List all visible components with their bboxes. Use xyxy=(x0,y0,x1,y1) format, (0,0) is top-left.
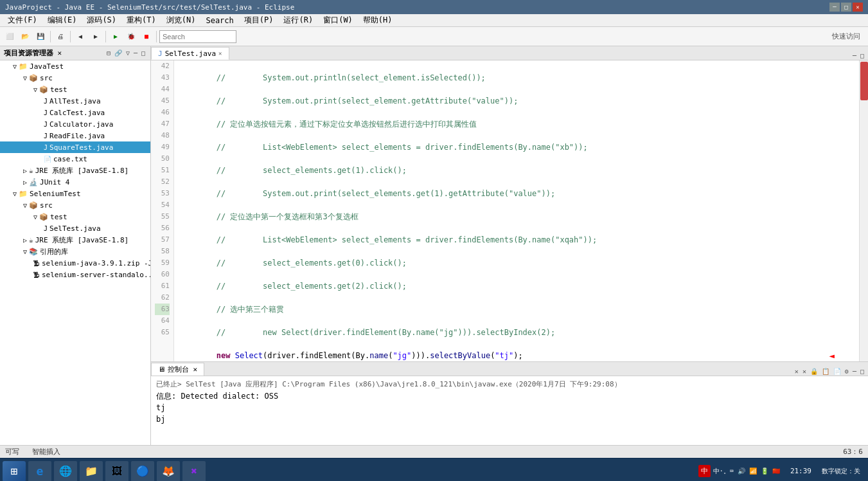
toolbar-new[interactable]: ⬜ xyxy=(3,30,17,44)
taskbar-ie[interactable]: e xyxy=(28,461,51,482)
editor-tab-seltest[interactable]: J SelTest.java ✕ xyxy=(151,47,229,60)
taskbar-firefox[interactable]: 🦊 xyxy=(157,461,180,482)
tree-seltest[interactable]: J SelTest.java xyxy=(0,222,150,234)
toolbar-print[interactable]: 🖨 xyxy=(53,30,67,44)
seleniumtest-label: SeleniumTest xyxy=(30,190,80,198)
tree-selenium-server-jar[interactable]: 🗜 selenium-server-standalо... xyxy=(0,269,150,280)
tree-javatest-project[interactable]: ▽ 📁 JavaTest xyxy=(0,60,150,72)
menu-bar: 文件(F) 编辑(E) 源码(S) 重构(T) 浏览(N) Search 项目(… xyxy=(0,14,868,27)
menu-refactor[interactable]: 重构(T) xyxy=(121,14,161,27)
editor-tab-close[interactable]: ✕ xyxy=(218,50,222,57)
tree-referenced-libs[interactable]: ▽ 📚 引用的库 xyxy=(0,246,150,257)
toolbar-save[interactable]: 💾 xyxy=(33,30,48,44)
menu-file[interactable]: 文件(F) xyxy=(3,14,42,27)
view-menu-icon[interactable]: ▽ xyxy=(125,49,131,57)
tree-readfile[interactable]: J ReadFile.java xyxy=(0,130,150,141)
menu-window[interactable]: 窗口(W) xyxy=(318,14,358,27)
jar-icon: 🗜 xyxy=(33,260,40,267)
tree-seleniumtest-src[interactable]: ▽ 📦 src xyxy=(0,199,150,211)
panel-header-icons: ⊟ 🔗 ▽ ─ □ xyxy=(105,49,146,57)
taskbar-right: 中 中·。⌨ 🔊 📶 🔋 🇨🇳 21:39 数字锁定：关 xyxy=(696,465,865,477)
minimize-panel-icon[interactable]: ─ xyxy=(132,49,139,57)
maximize-button[interactable]: □ xyxy=(841,3,851,12)
menu-source[interactable]: 源码(S) xyxy=(82,14,121,27)
tree-selenium-jre[interactable]: ▷ ☕ JRE 系统库 [JavaSE-1.8] xyxy=(0,234,150,246)
taskbar-folder[interactable]: 📁 xyxy=(80,461,103,482)
taskbar-caps-lock: 数字锁定：关 xyxy=(819,467,863,476)
console-close-icon[interactable]: ✕ xyxy=(801,367,808,376)
start-button[interactable]: ⊞ xyxy=(3,461,26,482)
taskbar: ⊞ e 🌐 📁 🖼 🔵 🦊 ✖ 中 中·。⌨ 🔊 📶 🔋 🇨🇳 21:39 数字… xyxy=(0,458,868,481)
tree-junit4[interactable]: ▷ 🔬 JUnit 4 xyxy=(0,176,150,188)
toolbar-run[interactable]: ▶ xyxy=(109,30,123,44)
tree-seleniumtest-test-pkg[interactable]: ▽ 📦 test xyxy=(0,211,150,222)
console-max-icon[interactable]: □ xyxy=(859,367,865,376)
tree-calculator[interactable]: J Calculator.java xyxy=(0,118,150,130)
collapse-all-icon[interactable]: ⊟ xyxy=(105,49,112,57)
editor-panel-icons: ─ □ xyxy=(851,51,868,60)
menu-project[interactable]: 项目(P) xyxy=(239,14,279,27)
console-scroll-lock-icon[interactable]: 🔒 xyxy=(809,367,819,376)
code-area[interactable]: 4243444546 4748495051 5253545556 5758596… xyxy=(151,60,859,361)
tree-javatest-jre[interactable]: ▷ ☕ JRE 系统库 [JavaSE-1.8] xyxy=(0,165,150,176)
expand-icon: ▽ xyxy=(23,248,27,255)
console-tab[interactable]: 🖥 控制台 ✕ xyxy=(151,363,204,376)
close-button[interactable]: ✕ xyxy=(853,3,863,12)
menu-run[interactable]: 运行(R) xyxy=(278,14,318,27)
toolbar-debug[interactable]: 🐞 xyxy=(124,30,138,44)
taskbar-clock[interactable]: 21:39 xyxy=(785,467,817,475)
package-explorer: 项目资源管理器 ✕ ⊟ 🔗 ▽ ─ □ ▽ 📁 JavaTest ▽ 📦 xyxy=(0,46,151,445)
window-controls: ─ □ ✕ xyxy=(829,3,863,12)
alltest-label: AllTest.java xyxy=(49,97,100,105)
menu-search[interactable]: Search xyxy=(200,15,238,26)
menu-navigate[interactable]: 浏览(N) xyxy=(161,14,201,27)
toolbar-open[interactable]: 📂 xyxy=(18,30,32,44)
taskbar-chrome[interactable]: 🔵 xyxy=(131,461,154,482)
tree-selenium-java-jar[interactable]: 🗜 selenium-java-3.9.1.zip -J... xyxy=(0,257,150,269)
toolbar-next[interactable]: ▶ xyxy=(89,30,103,44)
console-min-icon[interactable]: ─ xyxy=(851,367,858,376)
tree-seleniumtest-project[interactable]: ▽ 📁 SeleniumTest xyxy=(0,188,150,199)
line-numbers: 4243444546 4748495051 5253545556 5758596… xyxy=(151,60,174,361)
link-with-editor-icon[interactable]: 🔗 xyxy=(113,49,123,57)
taskbar-game[interactable]: ✖ xyxy=(182,461,206,482)
editor-min-icon[interactable]: ─ xyxy=(851,51,858,60)
minimize-button[interactable]: ─ xyxy=(829,3,840,12)
tree-squaretest[interactable]: J SquareTest.java xyxy=(0,141,150,153)
java-icon: J xyxy=(44,144,48,151)
toolbar-sep-2 xyxy=(70,31,71,42)
java-icon: J xyxy=(44,132,48,140)
menu-help[interactable]: 帮助(H) xyxy=(358,14,398,27)
casetxt-label: case.txt xyxy=(53,155,87,163)
calculator-label: Calculator.java xyxy=(49,120,113,129)
taskbar-browser[interactable]: 🌐 xyxy=(54,461,77,482)
ime-indicator[interactable]: 中 xyxy=(698,465,711,477)
toolbar-prev[interactable]: ◀ xyxy=(73,30,87,44)
search-input[interactable] xyxy=(159,30,236,43)
tree-javatest-test-pkg[interactable]: ▽ 📦 test xyxy=(0,84,150,95)
taskbar-app4[interactable]: 🖼 xyxy=(105,461,128,482)
toolbar-sep-1 xyxy=(50,31,51,42)
console-line-1: 信息: Detected dialect: OSS xyxy=(156,390,863,402)
menu-edit[interactable]: 编辑(E) xyxy=(42,14,82,27)
selenium-server-jar-label: selenium-server-standalо... xyxy=(42,271,150,279)
java-icon: J xyxy=(44,121,48,128)
toolbar: ⬜ 📂 💾 🖨 ◀ ▶ ▶ 🐞 ■ 快速访问 xyxy=(0,27,868,46)
console-options-icon[interactable]: ⚙ xyxy=(844,367,850,376)
toolbar-stop[interactable]: ■ xyxy=(139,30,154,44)
calctest-label: CalcTest.java xyxy=(49,109,105,117)
tree-view: ▽ 📁 JavaTest ▽ 📦 src ▽ 📦 test J xyxy=(0,60,150,445)
console-new-icon[interactable]: 📋 xyxy=(820,367,831,376)
tree-alltest[interactable]: J AllTest.java xyxy=(0,95,150,107)
tree-casetxt[interactable]: 📄 case.txt xyxy=(0,153,150,165)
expand-icon: ▽ xyxy=(13,190,17,197)
console-tab-icon: 🖥 xyxy=(158,365,165,374)
console-clear-icon[interactable]: ✕ xyxy=(793,367,800,376)
tree-javatest-src[interactable]: ▽ 📦 src xyxy=(0,72,150,84)
tree-calctest[interactable]: J CalcTest.java xyxy=(0,107,150,118)
editor-max-icon[interactable]: □ xyxy=(859,51,865,60)
selenium-test-pkg-label: test xyxy=(50,213,67,221)
console-copy-icon[interactable]: 📄 xyxy=(832,367,842,376)
maximize-panel-icon[interactable]: □ xyxy=(140,49,146,57)
code-content[interactable]: // System.out.println(select_element.isS… xyxy=(174,60,859,361)
